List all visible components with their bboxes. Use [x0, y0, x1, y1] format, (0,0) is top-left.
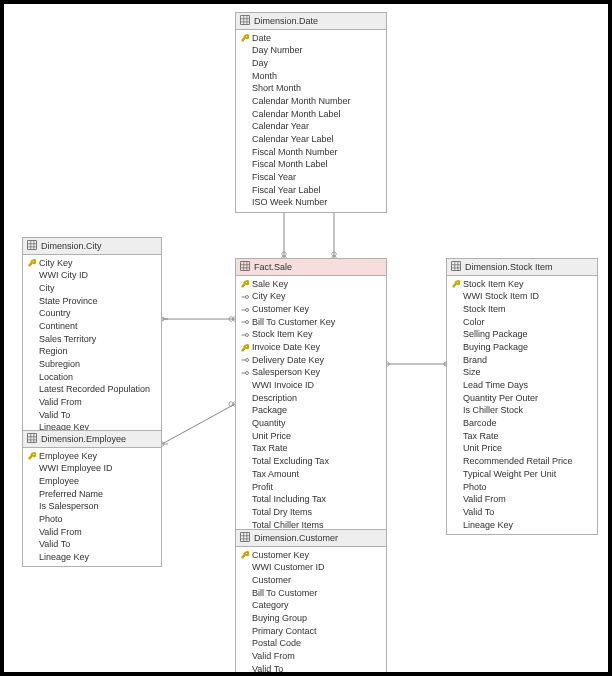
column-row[interactable]: Brand — [450, 354, 594, 367]
column-row[interactable]: Lineage Key — [450, 519, 594, 532]
column-row[interactable]: Tax Amount — [239, 468, 383, 481]
column-row[interactable]: Valid To — [26, 539, 158, 552]
table-stockitem[interactable]: Dimension.Stock ItemStock Item KeyWWI St… — [446, 258, 598, 535]
column-row[interactable]: Lineage Key — [26, 552, 158, 565]
column-row[interactable]: Lead Time Days — [450, 380, 594, 393]
column-row[interactable]: Country — [26, 308, 158, 321]
table-sale[interactable]: Fact.SaleSale KeyCity KeyCustomer KeyBil… — [235, 258, 387, 547]
column-row[interactable]: Valid From — [26, 397, 158, 410]
column-row[interactable]: State Province — [26, 295, 158, 308]
column-row[interactable]: Valid From — [26, 526, 158, 539]
column-row[interactable]: Customer Key — [239, 549, 383, 562]
column-row[interactable]: Buying Package — [450, 341, 594, 354]
column-row[interactable]: Fiscal Year — [239, 172, 383, 185]
column-row[interactable]: Preferred Name — [26, 488, 158, 501]
column-row[interactable]: Quantity — [239, 418, 383, 431]
column-row[interactable]: Bill To Customer Key — [239, 316, 383, 329]
column-row[interactable]: Profit — [239, 481, 383, 494]
column-row[interactable]: Salesperson Key — [239, 367, 383, 380]
column-row[interactable]: Photo — [450, 481, 594, 494]
column-row[interactable]: Calendar Year Label — [239, 134, 383, 147]
column-row[interactable]: Calendar Month Label — [239, 108, 383, 121]
column-row[interactable]: ISO Week Number — [239, 197, 383, 210]
table-employee[interactable]: Dimension.EmployeeEmployee KeyWWI Employ… — [22, 430, 162, 567]
column-row[interactable]: Stock Item Key — [450, 278, 594, 291]
column-row[interactable]: Valid To — [26, 409, 158, 422]
column-row[interactable]: Color — [450, 316, 594, 329]
column-row[interactable]: Typical Weight Per Unit — [450, 468, 594, 481]
relationship-line[interactable] — [162, 404, 235, 444]
column-row[interactable]: Stock Item Key — [239, 329, 383, 342]
column-row[interactable]: WWI Stock Item ID — [450, 291, 594, 304]
column-row[interactable]: Day Number — [239, 45, 383, 58]
column-row[interactable]: Buying Group — [239, 612, 383, 625]
column-row[interactable]: Delivery Date Key — [239, 354, 383, 367]
table-date[interactable]: Dimension.DateDateDay NumberDayMonthShor… — [235, 12, 387, 213]
column-row[interactable]: Unit Price — [239, 430, 383, 443]
column-row[interactable]: Total Including Tax — [239, 494, 383, 507]
column-row[interactable]: Fiscal Year Label — [239, 184, 383, 197]
column-row[interactable]: Is Salesperson — [26, 501, 158, 514]
column-row[interactable]: Description — [239, 392, 383, 405]
column-row[interactable]: Latest Recorded Population — [26, 384, 158, 397]
column-row[interactable]: Customer Key — [239, 303, 383, 316]
column-row[interactable]: Stock Item — [450, 303, 594, 316]
column-row[interactable]: Sales Territory — [26, 333, 158, 346]
column-row[interactable]: City Key — [26, 257, 158, 270]
column-row[interactable]: Package — [239, 405, 383, 418]
column-row[interactable]: Valid To — [239, 663, 383, 676]
column-name: Valid To — [39, 410, 70, 422]
column-row[interactable]: Employee Key — [26, 450, 158, 463]
column-row[interactable]: Recommended Retail Price — [450, 456, 594, 469]
column-row[interactable]: Barcode — [450, 418, 594, 431]
table-header[interactable]: Fact.Sale — [236, 259, 386, 276]
column-row[interactable]: Invoice Date Key — [239, 341, 383, 354]
column-row[interactable]: Unit Price — [450, 443, 594, 456]
column-row[interactable]: Short Month — [239, 83, 383, 96]
column-row[interactable]: Employee — [26, 475, 158, 488]
table-header[interactable]: Dimension.City — [23, 238, 161, 255]
column-row[interactable]: Selling Package — [450, 329, 594, 342]
column-row[interactable]: Quantity Per Outer — [450, 392, 594, 405]
table-header[interactable]: Dimension.Date — [236, 13, 386, 30]
column-row[interactable]: Photo — [26, 513, 158, 526]
column-row[interactable]: City Key — [239, 291, 383, 304]
table-header[interactable]: Dimension.Customer — [236, 530, 386, 547]
column-row[interactable]: Category — [239, 600, 383, 613]
column-row[interactable]: Location — [26, 371, 158, 384]
column-row[interactable]: Day — [239, 57, 383, 70]
column-row[interactable]: Total Excluding Tax — [239, 456, 383, 469]
column-row[interactable]: Postal Code — [239, 638, 383, 651]
column-row[interactable]: Region — [26, 346, 158, 359]
column-row[interactable]: WWI City ID — [26, 270, 158, 283]
column-row[interactable]: Valid To — [450, 506, 594, 519]
column-row[interactable]: WWI Invoice ID — [239, 380, 383, 393]
column-row[interactable]: Is Chiller Stock — [450, 405, 594, 418]
column-row[interactable]: Continent — [26, 320, 158, 333]
column-row[interactable]: WWI Customer ID — [239, 562, 383, 575]
column-row[interactable]: Calendar Month Number — [239, 95, 383, 108]
table-city[interactable]: Dimension.CityCity KeyWWI City IDCitySta… — [22, 237, 162, 438]
column-row[interactable]: Customer — [239, 574, 383, 587]
column-row[interactable]: Bill To Customer — [239, 587, 383, 600]
column-row[interactable]: Valid From — [450, 494, 594, 507]
column-row[interactable]: Fiscal Month Label — [239, 159, 383, 172]
column-row[interactable]: Month — [239, 70, 383, 83]
column-row[interactable]: Valid From — [239, 651, 383, 664]
column-row[interactable]: Sale Key — [239, 278, 383, 291]
column-row[interactable]: Calendar Year — [239, 121, 383, 134]
table-customer[interactable]: Dimension.CustomerCustomer KeyWWI Custom… — [235, 529, 387, 676]
column-name: Valid From — [39, 527, 82, 539]
column-row[interactable]: Total Dry Items — [239, 506, 383, 519]
table-header[interactable]: Dimension.Employee — [23, 431, 161, 448]
column-row[interactable]: Primary Contact — [239, 625, 383, 638]
column-row[interactable]: Tax Rate — [450, 430, 594, 443]
column-row[interactable]: WWI Employee ID — [26, 463, 158, 476]
column-row[interactable]: Tax Rate — [239, 443, 383, 456]
column-row[interactable]: Date — [239, 32, 383, 45]
column-row[interactable]: Fiscal Month Number — [239, 146, 383, 159]
column-row[interactable]: City — [26, 282, 158, 295]
column-row[interactable]: Subregion — [26, 359, 158, 372]
table-header[interactable]: Dimension.Stock Item — [447, 259, 597, 276]
column-row[interactable]: Size — [450, 367, 594, 380]
